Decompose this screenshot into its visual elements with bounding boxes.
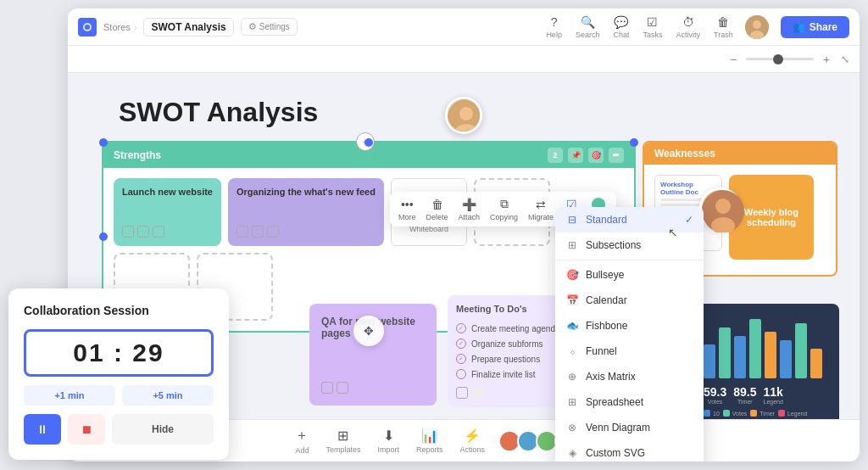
- dropdown-item-custom-svg[interactable]: ◈ Custom SVG: [555, 440, 704, 462]
- standard-icon: ⊟: [565, 213, 579, 227]
- svg-rect-17: [734, 336, 746, 378]
- strengths-edit-icon[interactable]: ✏: [609, 148, 624, 163]
- card-launch-website[interactable]: Launch new website: [114, 178, 221, 246]
- selection-handle-ml[interactable]: [99, 232, 108, 241]
- card-organizing[interactable]: Organizing the what's new feed: [228, 178, 384, 246]
- svg-rect-21: [795, 323, 807, 378]
- dropdown-item-bullseye[interactable]: 🎯 Bullseye: [555, 262, 704, 288]
- collab-title: Collaboration Session: [24, 304, 214, 317]
- bt-templates[interactable]: ⊞ Templates: [326, 428, 360, 454]
- weaknesses-header: Weaknesses: [644, 143, 836, 165]
- toolbar-migrate[interactable]: ⇄ Migrate: [528, 198, 554, 221]
- legend-color-1: [704, 410, 710, 417]
- meeting-check-1[interactable]: ✓: [456, 323, 466, 333]
- selection-handle-tl[interactable]: [99, 138, 108, 147]
- view-dropdown: ⊟ Standard ✓ ⊞ Subsections 🎯 Bullseye 📅 …: [555, 207, 704, 462]
- qa-checkbox-1[interactable]: [321, 382, 333, 394]
- dropdown-item-label: Venn Diagram: [586, 422, 650, 434]
- zoom-out-button[interactable]: −: [726, 52, 741, 67]
- dropdown-item-calendar[interactable]: 📅 Calendar: [555, 288, 704, 313]
- subsections-icon: ⊞: [565, 238, 579, 252]
- collaboration-panel: Collaboration Session 01 : 29 +1 min +5 …: [8, 288, 229, 460]
- add-1min-button[interactable]: +1 min: [24, 385, 115, 406]
- zoom-in-button[interactable]: +: [819, 52, 834, 67]
- collab-time-actions: +1 min +5 min: [24, 385, 214, 406]
- more-icon: •••: [401, 198, 414, 211]
- dropdown-item-funnel[interactable]: ⬦ Funnel: [555, 339, 704, 364]
- move-handle[interactable]: ✥: [353, 316, 384, 346]
- card-checkbox-5[interactable]: [252, 226, 264, 238]
- stores-nav[interactable]: Stores ›: [103, 22, 136, 32]
- add-5min-button[interactable]: +5 min: [122, 385, 214, 406]
- trash-button[interactable]: 🗑 Trash: [714, 15, 733, 39]
- dropdown-item-axis-matrix[interactable]: ⊕ Axis Matrix: [555, 364, 704, 389]
- legend-item-4: Legend: [778, 410, 807, 417]
- meeting-check-3[interactable]: ✓: [456, 354, 466, 364]
- dropdown-item-label: Bullseye: [586, 269, 624, 281]
- meeting-footer-icon: [471, 387, 483, 399]
- dropdown-item-label: Fishbone: [586, 320, 627, 332]
- meeting-footer-check[interactable]: [456, 387, 468, 399]
- strengths-target-icon: 🎯: [588, 148, 604, 163]
- meeting-check-2[interactable]: ✓: [456, 339, 466, 349]
- qa-checkbox-2[interactable]: [337, 382, 348, 394]
- share-button[interactable]: 👥 Share: [781, 16, 849, 38]
- card-checkbox-2[interactable]: [137, 226, 149, 238]
- card-text: Launch new website: [122, 187, 213, 197]
- calendar-icon: 📅: [565, 294, 579, 307]
- tasks-button[interactable]: ☑ Tasks: [643, 15, 662, 39]
- page-title: SWOT Analysis: [143, 18, 233, 36]
- activity-button[interactable]: ⏱ Activity: [676, 15, 700, 39]
- help-button[interactable]: ? Help: [546, 15, 562, 39]
- selection-handle-tm[interactable]: [364, 138, 373, 147]
- add-icon: ＋: [295, 427, 309, 445]
- legend-color-2: [723, 410, 730, 417]
- card-checkbox-3[interactable]: [153, 226, 164, 238]
- bt-actions[interactable]: ⚡ Actions: [460, 428, 486, 454]
- zoom-slider[interactable]: [746, 58, 814, 60]
- selection-handle-tr[interactable]: [630, 138, 638, 147]
- dropdown-item-subsections[interactable]: ⊞ Subsections: [555, 232, 704, 258]
- toolbar-delete[interactable]: 🗑 Delete: [426, 198, 448, 221]
- dropdown-item-spreadsheet[interactable]: ⊞ Spreadsheet: [555, 389, 704, 415]
- funnel-icon: ⬦: [565, 344, 579, 358]
- venn-icon: ⊗: [565, 421, 579, 434]
- meeting-check-4[interactable]: [456, 369, 466, 379]
- card-footer: [122, 226, 213, 238]
- legend-item-2: Votes: [723, 410, 748, 417]
- bt-add[interactable]: ＋ Add: [295, 427, 309, 455]
- topbar-right: ? Help 🔍 Search 💬 Chat ☑ Tasks ⏱ Act: [546, 15, 849, 39]
- toolbar-copying[interactable]: ⧉ Copying: [490, 197, 518, 221]
- bt-import[interactable]: ⬇ Import: [377, 428, 399, 454]
- toolbar-attach[interactable]: ➕ Attach: [459, 198, 481, 221]
- dropdown-item-label: Spreadsheet: [586, 396, 643, 408]
- user-avatar-big: [699, 187, 742, 230]
- user-avatar[interactable]: [745, 15, 769, 39]
- hide-button[interactable]: Hide: [112, 414, 214, 445]
- templates-icon: ⊞: [337, 428, 348, 444]
- toolbar-more[interactable]: ••• More: [398, 198, 416, 221]
- svg-point-6: [459, 107, 473, 120]
- dropdown-item-standard[interactable]: ⊟ Standard ✓: [555, 207, 704, 232]
- app-logo[interactable]: [78, 18, 97, 36]
- card-checkbox-4[interactable]: [236, 226, 248, 238]
- chat-button[interactable]: 💬 Chat: [613, 15, 629, 39]
- card-checkbox-6[interactable]: [267, 226, 279, 238]
- search-button[interactable]: 🔍 Search: [576, 15, 600, 39]
- zoom-controls: − +: [726, 52, 834, 67]
- strengths-label: Strengths: [114, 149, 161, 161]
- expand-icon[interactable]: ⤡: [841, 53, 849, 65]
- settings-button[interactable]: ⚙ Trash Settings: [241, 18, 298, 36]
- axis-matrix-icon: ⊕: [565, 370, 579, 383]
- pause-button[interactable]: ⏸: [24, 414, 61, 445]
- custom-svg-icon: ◈: [565, 446, 579, 460]
- dropdown-item-venn[interactable]: ⊗ Venn Diagram: [555, 415, 704, 440]
- stop-button[interactable]: ⏹: [68, 414, 105, 445]
- bt-reports[interactable]: 📊 Reports: [416, 428, 443, 454]
- card-checkbox-1[interactable]: [122, 226, 134, 238]
- delete-icon: 🗑: [431, 198, 443, 211]
- svg-rect-20: [780, 340, 792, 378]
- migrate-icon: ⇄: [536, 198, 546, 211]
- dropdown-item-fishbone[interactable]: 🐟 Fishbone: [555, 313, 704, 339]
- zoom-slider-thumb: [773, 54, 783, 64]
